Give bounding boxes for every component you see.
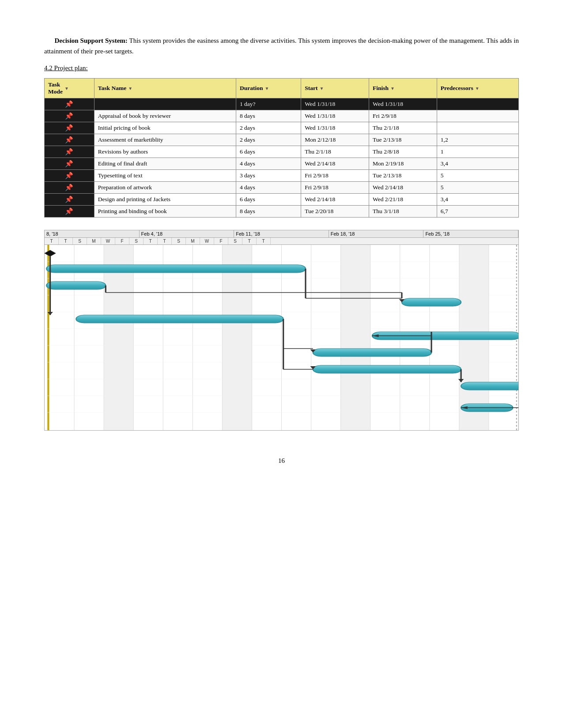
day-3: S bbox=[73, 238, 87, 244]
start-cell-7: Fri 2/9/18 bbox=[301, 182, 369, 194]
day-6: F bbox=[115, 238, 129, 244]
date-label-2: Feb 4, '18 bbox=[140, 230, 234, 237]
task-name-cell-3: Assessment of marketiblity bbox=[94, 134, 236, 146]
task-icon: 📌 bbox=[65, 195, 73, 203]
task-icon: 📌 bbox=[65, 124, 73, 132]
section-title: 4.2 Project plan: bbox=[44, 64, 519, 72]
task-mode-cell-9: 📌 bbox=[45, 206, 94, 218]
duration-cell-0: 1 day? bbox=[236, 98, 301, 110]
task-icon: 📌 bbox=[65, 136, 73, 144]
task-name-cell-1: Appraisal of book by reviewer bbox=[94, 110, 236, 122]
start-cell-2: Wed 1/31/18 bbox=[301, 122, 369, 134]
date-label-4: Feb 18, '18 bbox=[329, 230, 424, 237]
finish-cell-5: Mon 2/19/18 bbox=[369, 158, 437, 170]
task-name-cell-0 bbox=[94, 98, 236, 110]
start-cell-1: Wed 1/31/18 bbox=[301, 110, 369, 122]
task-mode-cell-3: 📌 bbox=[45, 134, 94, 146]
start-cell-9: Tue 2/20/18 bbox=[301, 206, 369, 218]
gantt-date-labels: 8, '18 Feb 4, '18 Feb 11, '18 Feb 18, '1… bbox=[45, 230, 518, 238]
start-cell-6: Fri 2/9/18 bbox=[301, 170, 369, 182]
predecessors-cell-9: 6,7 bbox=[437, 206, 518, 218]
day-12: W bbox=[200, 238, 214, 244]
task-icon: 📌 bbox=[65, 148, 73, 156]
predecessors-cell-2 bbox=[437, 122, 518, 134]
th-duration: Duration ▼ bbox=[236, 79, 301, 98]
task-mode-cell-1: 📌 bbox=[45, 110, 94, 122]
svg-rect-39 bbox=[313, 365, 461, 373]
task-mode-cell-2: 📌 bbox=[45, 122, 94, 134]
task-mode-cell-5: 📌 bbox=[45, 158, 94, 170]
duration-cell-7: 4 days bbox=[236, 182, 301, 194]
duration-cell-1: 8 days bbox=[236, 110, 301, 122]
gantt-chart: 8, '18 Feb 4, '18 Feb 11, '18 Feb 18, '1… bbox=[44, 230, 519, 431]
th-task-name: Task Name ▼ bbox=[94, 79, 236, 98]
svg-rect-40 bbox=[461, 382, 518, 390]
task-name-cell-8: Design and printing of Jackets bbox=[94, 194, 236, 206]
th-predecessors: Predecessors ▼ bbox=[437, 79, 518, 98]
task-icon: 📌 bbox=[65, 184, 73, 191]
task-icon: 📌 bbox=[65, 100, 73, 108]
svg-rect-34 bbox=[46, 281, 106, 289]
svg-rect-36 bbox=[76, 315, 283, 323]
duration-cell-3: 2 days bbox=[236, 134, 301, 146]
day-11: M bbox=[186, 238, 200, 244]
th-start: Start ▼ bbox=[301, 79, 369, 98]
duration-cell-5: 4 days bbox=[236, 158, 301, 170]
day-9: T bbox=[158, 238, 172, 244]
day-4: M bbox=[87, 238, 101, 244]
task-icon: 📌 bbox=[65, 207, 73, 215]
day-10: S bbox=[172, 238, 186, 244]
th-task-mode: TaskMode ▼ bbox=[45, 79, 94, 98]
task-mode-cell-0: 📌 bbox=[45, 98, 94, 110]
project-table: TaskMode ▼ Task Name ▼ Duration ▼ Start … bbox=[44, 78, 519, 218]
svg-rect-2 bbox=[341, 245, 370, 430]
start-cell-5: Wed 2/14/18 bbox=[301, 158, 369, 170]
task-name-cell-9: Printing and binding of book bbox=[94, 206, 236, 218]
predecessors-cell-7: 5 bbox=[437, 182, 518, 194]
predecessors-cell-1 bbox=[437, 110, 518, 122]
task-mode-cell-4: 📌 bbox=[45, 146, 94, 158]
duration-cell-2: 2 days bbox=[236, 122, 301, 134]
start-cell-8: Wed 2/14/18 bbox=[301, 194, 369, 206]
duration-cell-4: 6 days bbox=[236, 146, 301, 158]
day-8: T bbox=[144, 238, 158, 244]
day-2: T bbox=[59, 238, 73, 244]
task-icon: 📌 bbox=[65, 160, 73, 168]
start-cell-4: Thu 2/1/18 bbox=[301, 146, 369, 158]
predecessors-cell-5: 3,4 bbox=[437, 158, 518, 170]
task-icon: 📌 bbox=[65, 172, 73, 180]
duration-cell-6: 3 days bbox=[236, 170, 301, 182]
day-13: F bbox=[214, 238, 228, 244]
day-14: S bbox=[228, 238, 242, 244]
date-label-1: 8, '18 bbox=[45, 230, 140, 237]
predecessors-cell-3: 1,2 bbox=[437, 134, 518, 146]
page-number: 16 bbox=[44, 457, 519, 465]
finish-cell-2: Thu 2/1/18 bbox=[369, 122, 437, 134]
gantt-bars-svg bbox=[45, 245, 518, 430]
day-5: W bbox=[101, 238, 115, 244]
svg-marker-32 bbox=[45, 250, 56, 256]
finish-cell-9: Thu 3/1/18 bbox=[369, 206, 437, 218]
duration-cell-9: 8 days bbox=[236, 206, 301, 218]
start-cell-3: Mon 2/12/18 bbox=[301, 134, 369, 146]
paragraph-text: Decision Support System: This system pro… bbox=[44, 35, 519, 56]
bold-label: Decision Support System: bbox=[54, 37, 127, 44]
task-icon: 📌 bbox=[65, 112, 73, 120]
task-mode-cell-8: 📌 bbox=[45, 194, 94, 206]
task-name-cell-6: Typesetting of text bbox=[94, 170, 236, 182]
finish-cell-3: Tue 2/13/18 bbox=[369, 134, 437, 146]
finish-cell-7: Wed 2/14/18 bbox=[369, 182, 437, 194]
predecessors-cell-0 bbox=[437, 98, 518, 110]
start-cell-0: Wed 1/31/18 bbox=[301, 98, 369, 110]
task-mode-cell-7: 📌 bbox=[45, 182, 94, 194]
day-15: T bbox=[242, 238, 257, 244]
predecessors-cell-4: 1 bbox=[437, 146, 518, 158]
gantt-day-labels: T T S M W F S T T S M W F S T T bbox=[45, 238, 518, 245]
duration-cell-8: 6 days bbox=[236, 194, 301, 206]
day-1: T bbox=[45, 238, 59, 244]
task-name-cell-2: Initial pricing of book bbox=[94, 122, 236, 134]
date-label-5: Feb 25, '18 bbox=[423, 230, 518, 237]
svg-rect-33 bbox=[46, 265, 306, 273]
finish-cell-6: Tue 2/13/18 bbox=[369, 170, 437, 182]
finish-cell-4: Thu 2/8/18 bbox=[369, 146, 437, 158]
